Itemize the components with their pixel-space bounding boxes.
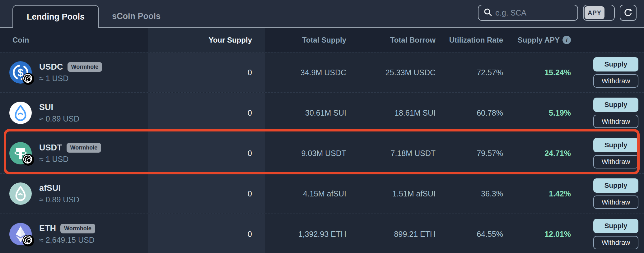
total-borrow-value: 1.51M afSUI: [392, 189, 436, 198]
total-borrow-value: 18.61M SUI: [394, 108, 436, 117]
usdc-coin-icon: $: [9, 61, 32, 84]
supply-button-usdc[interactable]: Supply: [593, 57, 638, 71]
supply-button-sui[interactable]: Supply: [593, 98, 638, 112]
supply-button-afsui[interactable]: Supply: [593, 178, 638, 193]
coin-symbol: ETH: [39, 224, 56, 233]
total-borrow-value: 25.33M USDC: [385, 68, 436, 77]
afsui-coin-icon: [9, 182, 32, 205]
col-total-borrow[interactable]: Total Borrow: [390, 36, 436, 44]
supply-button-eth[interactable]: Supply: [593, 219, 638, 233]
supply-apy-value: 15.24%: [544, 68, 571, 77]
table-row-usdt: USDT Wormhole ≈ 1 USD 0 9.03M USDT 7.18M…: [0, 133, 644, 173]
your-supply-value: 0: [248, 149, 252, 158]
table-row-usdc: $ USDC Wormhole ≈ 1 USD 0 34.9M USDC 25.…: [0, 52, 644, 92]
tab-scoin-pools[interactable]: sCoin Pools: [99, 5, 174, 27]
wormhole-badge: Wormhole: [60, 224, 95, 233]
your-supply-value: 0: [248, 189, 252, 198]
toolbar-controls: APY: [478, 0, 644, 27]
table-row-sui: SUI ≈ 0.89 USD 0 30.61M SUI 18.61M SUI 6…: [0, 92, 644, 133]
lending-pools-table: Coin Your Supply Total Supply Total Borr…: [0, 28, 644, 253]
total-borrow-value: 7.18M USDT: [391, 149, 436, 158]
coin-price: ≈ 0.89 USD: [39, 195, 79, 204]
withdraw-button-eth[interactable]: Withdraw: [593, 236, 638, 249]
total-supply-value: 30.61M SUI: [305, 108, 346, 117]
supply-button-usdt[interactable]: Supply: [593, 138, 638, 152]
supply-apy-value: 1.42%: [549, 189, 571, 198]
withdraw-button-afsui[interactable]: Withdraw: [593, 196, 638, 209]
wormhole-badge: Wormhole: [67, 143, 101, 153]
sui-coin-icon: [9, 102, 32, 124]
utilization-rate-value: 79.57%: [477, 149, 503, 158]
coin-price: ≈ 0.89 USD: [39, 114, 79, 123]
col-utilization-rate[interactable]: Utilization Rate: [449, 36, 503, 44]
tab-lending-pools[interactable]: Lending Pools: [12, 5, 99, 28]
col-coin: Coin: [12, 36, 29, 44]
tab-bar: Lending Pools sCoin Pools: [0, 0, 174, 27]
col-your-supply[interactable]: Your Supply: [208, 36, 252, 44]
table-row-afsui: afSUI ≈ 0.89 USD 0 4.15M afSUI 1.51M afS…: [0, 173, 644, 214]
refresh-button[interactable]: [620, 5, 637, 21]
col-supply-apy[interactable]: Supply APY: [518, 36, 560, 44]
total-supply-value: 4.15M afSUI: [303, 189, 346, 198]
coin-price: ≈ 1 USD: [39, 155, 101, 164]
wormhole-icon: [22, 235, 34, 246]
total-borrow-value: 899.21 ETH: [394, 230, 436, 239]
wormhole-icon: [22, 73, 34, 85]
total-supply-value: 9.03M USDT: [301, 149, 346, 158]
total-supply-value: 34.9M USDC: [301, 68, 346, 77]
toolbar: Lending Pools sCoin Pools APY: [0, 0, 644, 28]
refresh-icon: [623, 8, 633, 18]
withdraw-button-sui[interactable]: Withdraw: [593, 115, 638, 128]
coin-symbol: afSUI: [39, 183, 61, 193]
search-icon: [483, 8, 492, 18]
eth-coin-icon: [9, 223, 32, 245]
supply-apy-value: 24.71%: [544, 149, 571, 158]
info-circle-icon[interactable]: i: [562, 36, 571, 44]
utilization-rate-value: 36.3%: [481, 189, 503, 198]
table-header: Coin Your Supply Total Supply Total Borr…: [0, 28, 644, 52]
withdraw-button-usdt[interactable]: Withdraw: [593, 155, 638, 168]
your-supply-value: 0: [248, 230, 252, 239]
total-supply-value: 1,392.93 ETH: [298, 230, 346, 239]
wormhole-icon: [22, 154, 34, 166]
coin-symbol: USDC: [39, 62, 63, 72]
search-box[interactable]: [478, 5, 578, 21]
coin-price: ≈ 1 USD: [39, 74, 102, 83]
table-row-eth: ETH Wormhole ≈ 2,649.15 USD 0 1,392.93 E…: [0, 214, 644, 253]
tab-lending-pools-label: Lending Pools: [27, 12, 85, 22]
utilization-rate-value: 72.57%: [477, 68, 503, 77]
coin-price: ≈ 2,649.15 USD: [39, 236, 95, 245]
utilization-rate-value: 64.55%: [477, 230, 503, 239]
coin-symbol: SUI: [39, 103, 53, 112]
utilization-rate-value: 60.78%: [477, 108, 503, 117]
usdt-coin-icon: [9, 142, 32, 164]
supply-apy-value: 5.19%: [549, 108, 571, 117]
col-total-supply[interactable]: Total Supply: [302, 36, 346, 44]
your-supply-value: 0: [248, 108, 252, 117]
wormhole-badge: Wormhole: [68, 62, 102, 72]
your-supply-value: 0: [248, 68, 252, 77]
apy-toggle[interactable]: APY: [583, 5, 615, 21]
supply-apy-value: 12.01%: [544, 230, 571, 239]
coin-symbol: USDT: [39, 143, 62, 153]
apy-toggle-knob: APY: [585, 6, 604, 19]
withdraw-button-usdc[interactable]: Withdraw: [593, 74, 638, 88]
search-input[interactable]: [495, 8, 567, 17]
tab-scoin-pools-label: sCoin Pools: [112, 12, 161, 21]
